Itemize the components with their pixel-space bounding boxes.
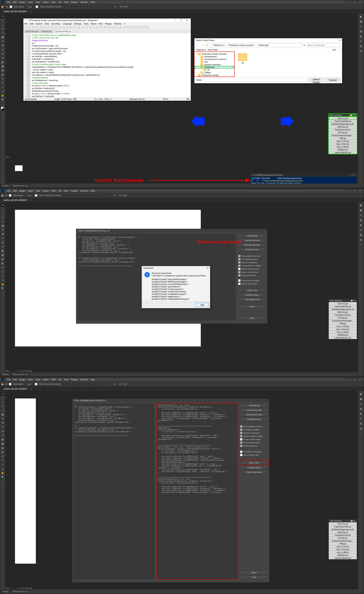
zoom-tool-icon[interactable]: 🔍 — [1, 98, 5, 101]
panel-icon[interactable]: ▤ — [359, 422, 363, 425]
folder-item-lib[interactable]: lib — [238, 53, 247, 75]
show-transform-checkbox[interactable] — [35, 383, 37, 385]
chk-hoist[interactable] — [238, 255, 240, 257]
menu-filter[interactable]: Filter — [51, 378, 56, 381]
move-tool-icon[interactable]: ✥ — [1, 14, 5, 18]
measurement-log-tab[interactable]: Measurement Log — [11, 590, 29, 593]
options-bar[interactable]: 🏠✥Auto-Select:LayerShow Transform Contro… — [0, 381, 364, 387]
swatches-panel-icon[interactable]: ▦ — [359, 20, 363, 23]
tool-icon[interactable]: ✋ — [1, 471, 5, 475]
eyedropper-tool-icon[interactable]: ✎ — [1, 39, 5, 43]
jsx-script-row[interactable]: Clean SL.jsx — [329, 302, 357, 305]
ps-menubar[interactable]: Ps File Edit Image Layer Type Select Fil… — [0, 0, 364, 4]
jsx-script-row[interactable]: DlyPoints.jsx — [329, 310, 357, 313]
select-folder-button[interactable]: Select Folder — [309, 78, 324, 82]
notepad-titlebar[interactable]: 📄 C:\Photoshop Script Launcher\TestScrip… — [24, 19, 191, 22]
refresh-icon[interactable]: ⟳ — [353, 300, 356, 302]
npp-tab-2[interactable]: CopyClosePaths.jsx — [53, 30, 73, 33]
measurement-log-tab[interactable]: Measurement Log — [11, 373, 29, 376]
jsx-script-row[interactable]: JJMStack.jsx — [329, 333, 357, 336]
tool-icon[interactable]: ↺ — [1, 245, 5, 249]
screenmode-icon[interactable]: ▫ — [1, 116, 5, 119]
jsx-btn-folder-icon[interactable]: 📁 — [350, 114, 353, 116]
tool-icon[interactable]: ⌗ — [1, 220, 5, 223]
npp-language[interactable]: Language — [62, 23, 72, 25]
menu-select[interactable]: Select — [43, 378, 49, 381]
tool-icon[interactable]: ↖ — [1, 274, 5, 278]
save-output-button[interactable]: Save output code — [240, 470, 268, 474]
chk-hoist[interactable] — [240, 425, 242, 428]
menu-help[interactable]: Help — [91, 1, 95, 3]
menu-filter[interactable]: Filter — [51, 190, 56, 192]
tool-icon[interactable]: ✎ — [1, 417, 5, 420]
chk-consolidate[interactable] — [238, 258, 240, 260]
show-transform-checkbox[interactable] — [36, 6, 38, 8]
jsx-btn-refresh-icon[interactable]: ⟳ — [353, 114, 355, 116]
panel-icon[interactable]: ◧ — [359, 203, 363, 207]
jsx-launcher-panel[interactable]: JSX Launcher📁⟳ Clean SL.jsxCopyClosePath… — [329, 299, 357, 339]
jsx-script-row[interactable]: Clean SL.jsx — [329, 522, 357, 525]
load-full-log-button[interactable]: Load full log — [238, 234, 266, 238]
type-tool-icon[interactable]: T — [1, 81, 5, 85]
3d-profile[interactable]: 3D Profile — [117, 383, 129, 385]
menu-plugins[interactable]: Plugins — [71, 190, 78, 192]
timeline-tab[interactable]: Timeline — [0, 373, 10, 376]
bottom-panel-bar[interactable]: Timeline Measurement Log — [0, 589, 364, 594]
menu-layer[interactable]: Layer — [28, 1, 33, 3]
home-icon[interactable]: 🏠 — [1, 194, 4, 196]
jsx-script-row[interactable]: HSB.jsx — [329, 322, 357, 325]
jsx-script-row[interactable]: JJMStack.jsx — [329, 148, 357, 151]
jsx-script-row[interactable]: CopyClosePaths.jsx — [329, 525, 357, 528]
tool-icon[interactable]: ⬚ — [1, 396, 5, 400]
jsx-script-row[interactable]: GroupSameSizeImageL… — [329, 539, 357, 542]
home-icon[interactable]: 🏠 — [1, 383, 4, 385]
npp-tab-0[interactable]: Jazzy-Docs.jsx — [24, 30, 40, 33]
tool-icon[interactable]: ◡ — [1, 400, 5, 404]
shape-tool-icon[interactable]: ▭ — [1, 89, 5, 93]
npp-settings[interactable]: Settings — [74, 23, 82, 25]
panel-icon[interactable]: ◐ — [359, 412, 363, 416]
jsx-script-row[interactable]: GroupSameSizeImageL… — [329, 319, 357, 322]
jsx-script-row[interactable]: Jazz-y-Docs.jsx — [329, 548, 357, 551]
panel-icon[interactable]: ▦ — [359, 397, 363, 401]
patterns-panel-icon[interactable]: ▤ — [359, 29, 363, 33]
crop-tool-icon[interactable]: ⌗ — [1, 31, 5, 35]
window-controls[interactable]: —▢✕ — [345, 0, 363, 3]
npp-tab-1[interactable]: common.jsx — [40, 30, 53, 33]
doc-tab[interactable]: testDoc @ 50% (RGB/8) * — [2, 199, 29, 202]
document-canvas[interactable] — [15, 398, 36, 564]
hand-tool-icon[interactable]: ✋ — [1, 94, 5, 97]
tool-icon[interactable]: ◧ — [1, 249, 5, 253]
history-brush-tool-icon[interactable]: ↺ — [1, 56, 5, 60]
tool-icon[interactable]: ▣ — [1, 224, 5, 228]
tool-icon[interactable]: ▲ — [1, 429, 5, 433]
tool-icon[interactable]: ◉ — [1, 446, 5, 450]
brush-tool-icon[interactable]: ✏ — [1, 48, 5, 51]
jsx-script-row[interactable]: HSB.jsx — [329, 542, 357, 545]
evaluate-output-button[interactable]: Evaluate output — [240, 466, 268, 469]
pen-tool-icon[interactable]: ✒ — [1, 77, 5, 81]
timeline-tab[interactable]: Timeline — [0, 590, 10, 593]
bottom-panel-bar[interactable]: Timeline Measurement Log — [0, 372, 364, 377]
styles-panel-icon[interactable]: fx — [359, 39, 363, 43]
nav-fwd-icon[interactable]: → — [199, 44, 201, 46]
tool-icon[interactable]: ⬚ — [1, 207, 5, 211]
chk-convert[interactable] — [238, 264, 240, 267]
load-last-log-button[interactable]: Load last log entry — [240, 408, 268, 412]
chk-consolidate[interactable] — [240, 428, 242, 431]
chk-shorten[interactable] — [240, 438, 242, 441]
chk-closeeval[interactable] — [240, 451, 242, 453]
tool-icon[interactable]: ✚ — [1, 232, 5, 236]
tree-node-0[interactable]: Photoshop Script Launcher — [202, 53, 227, 55]
window-controls[interactable]: —▢✕ — [345, 378, 363, 381]
tool-icon[interactable]: ▲ — [1, 241, 5, 244]
jsx-script-row[interactable]: Jazz-y_AM.jsx — [329, 145, 357, 148]
remove-junk-button[interactable]: Remove junk code — [238, 243, 266, 247]
npp-encoding[interactable]: Encoding — [51, 23, 60, 25]
auto-select-target[interactable]: Layer — [26, 383, 33, 385]
remove-junk-button[interactable]: Remove junk code — [240, 413, 268, 417]
tool-icon[interactable]: T — [1, 459, 5, 462]
jsx-script-row[interactable]: Jazz-y-CSV.jsx — [329, 140, 357, 142]
menu-window[interactable]: Window — [81, 378, 88, 381]
tool-icon[interactable]: ✋ — [1, 282, 5, 286]
